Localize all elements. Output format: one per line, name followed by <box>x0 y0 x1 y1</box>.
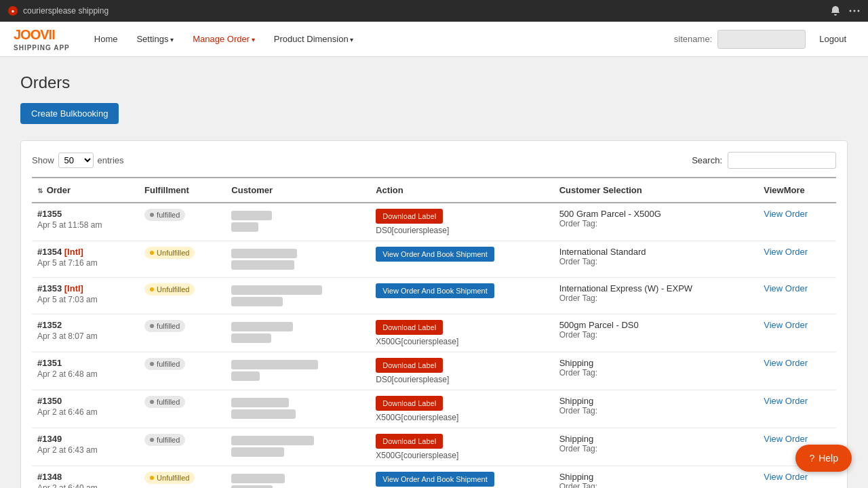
order-date: Apr 2 at 6:40 am <box>37 483 134 488</box>
status-dot <box>150 251 154 255</box>
customer-selection-cell: Shipping Order Tag: <box>554 352 759 390</box>
fulfillment-cell: Unfulfilled <box>139 241 226 278</box>
entries-label: entries <box>98 155 124 165</box>
view-book-shipment-button[interactable]: View Order And Book Shipment <box>376 472 494 487</box>
viewmore-cell: View Order <box>758 278 836 314</box>
selection-main: 500gm Parcel - DS0 <box>559 320 753 330</box>
show-label: Show <box>32 155 54 165</box>
download-label-button[interactable]: Download Label <box>376 396 443 411</box>
col-viewmore: ViewMore <box>758 178 836 203</box>
customer-bar-1 <box>231 474 285 483</box>
customer-bar-2 <box>231 447 284 457</box>
view-order-link[interactable]: View Order <box>764 320 808 330</box>
create-bulkbooking-button[interactable]: Create Bulkbooking <box>20 103 119 124</box>
status-dot <box>150 213 154 217</box>
view-book-shipment-button[interactable]: View Order And Book Shipment <box>376 247 494 262</box>
entries-select[interactable]: 50 25 100 <box>58 152 94 168</box>
more-icon[interactable] <box>849 5 860 16</box>
customer-bar-1 <box>231 211 272 220</box>
fulfillment-cell: Unfulfilled <box>139 278 226 314</box>
view-order-link[interactable]: View Order <box>764 434 808 444</box>
view-order-link[interactable]: View Order <box>764 472 808 482</box>
order-date: Apr 2 at 6:46 am <box>37 407 134 417</box>
logout-button[interactable]: Logout <box>811 31 854 47</box>
download-label-button[interactable]: Download Label <box>376 358 443 373</box>
svg-point-2 <box>858 10 860 12</box>
table-row: #1351 Apr 2 at 6:48 am fulfilled Downloa… <box>32 352 836 390</box>
nav-settings[interactable]: Settings <box>128 30 182 48</box>
order-id: #1350 <box>37 396 134 406</box>
customer-selection-cell: Shipping Order Tag: <box>554 390 759 428</box>
viewmore-cell: View Order <box>758 352 836 390</box>
viewmore-cell: View Order <box>758 390 836 428</box>
order-id: #1355 <box>37 209 134 219</box>
viewmore-cell: View Order <box>758 314 836 352</box>
titlebar-left: ● couriersplease shipping <box>8 6 108 16</box>
status-dot <box>150 324 154 328</box>
col-customer: Customer <box>226 178 370 203</box>
col-action: Action <box>370 178 553 203</box>
download-label-button[interactable]: Download Label <box>376 434 443 449</box>
nav-links: Home Settings Manage Order Product Dimen… <box>86 30 658 48</box>
brand-subtitle: SHIPPING APP <box>14 44 70 52</box>
action-sub: DS0[couriersplease] <box>376 226 548 235</box>
orders-table-wrapper: Show 50 25 100 entries Search: ⇅ Order <box>20 140 848 488</box>
sitename-label: sitename: <box>674 34 712 44</box>
action-cell: View Order And Book Shipment <box>370 466 553 489</box>
selection-sub: Order Tag: <box>559 406 753 415</box>
customer-bar-1 <box>231 360 318 369</box>
orders-table: ⇅ Order Fulfillment Customer Action Cust… <box>32 177 836 488</box>
order-id: #1348 <box>37 472 134 482</box>
order-date: Apr 5 at 11:58 am <box>37 220 134 230</box>
selection-sub: Order Tag: <box>559 293 753 303</box>
col-order[interactable]: ⇅ Order <box>32 178 139 203</box>
nav-product-dimension[interactable]: Product Dimension <box>266 30 362 48</box>
table-row: #1350 Apr 2 at 6:46 am fulfilled Downloa… <box>32 390 836 428</box>
download-label-button[interactable]: Download Label <box>376 209 443 224</box>
table-row: #1353 [Intl] Apr 5 at 7:03 am Unfulfille… <box>32 278 836 314</box>
table-controls: Show 50 25 100 entries Search: <box>32 152 836 169</box>
customer-bar-2 <box>231 297 283 306</box>
view-order-link[interactable]: View Order <box>764 358 808 368</box>
viewmore-cell: View Order <box>758 241 836 278</box>
customer-selection-cell: Shipping Order Tag: <box>554 466 759 489</box>
customer-bar-1 <box>231 285 322 295</box>
brand: JOOVII SHIPPING APP <box>14 27 70 52</box>
nav-home[interactable]: Home <box>86 30 126 48</box>
nav-manage-order[interactable]: Manage Order <box>184 30 263 48</box>
selection-main: Shipping <box>559 396 753 406</box>
fulfillment-cell: Unfulfilled <box>139 466 226 489</box>
status-badge: Unfulfilled <box>144 247 195 259</box>
customer-bar-1 <box>231 322 293 331</box>
sitename-input[interactable] <box>717 30 806 49</box>
customer-selection-cell: Shipping Order Tag: <box>554 428 759 466</box>
download-label-button[interactable]: Download Label <box>376 320 443 335</box>
customer-selection-cell: 500 Gram Parcel - X500G Order Tag: <box>554 203 759 241</box>
status-badge: Unfulfilled <box>144 283 195 296</box>
view-order-link[interactable]: View Order <box>764 283 808 293</box>
view-order-link[interactable]: View Order <box>764 247 808 257</box>
selection-sub: Order Tag: <box>559 257 753 266</box>
customer-cell <box>226 352 370 390</box>
action-cell: View Order And Book Shipment <box>370 278 553 314</box>
action-sub: X500G[couriersplease] <box>376 337 548 346</box>
svg-point-1 <box>854 10 856 12</box>
orders-tbody: #1355 Apr 5 at 11:58 am fulfilled Downlo… <box>32 203 836 488</box>
fulfillment-cell: fulfilled <box>139 352 226 390</box>
action-sub: X500G[couriersplease] <box>376 413 548 422</box>
customer-cell <box>226 278 370 314</box>
selection-sub: Order Tag: <box>559 482 753 488</box>
order-date: Apr 5 at 7:03 am <box>37 295 134 304</box>
bell-icon[interactable] <box>830 5 841 16</box>
order-date: Apr 3 at 8:07 am <box>37 331 134 341</box>
show-entries: Show 50 25 100 entries <box>32 152 124 168</box>
view-order-link[interactable]: View Order <box>764 209 808 219</box>
search-input[interactable] <box>728 152 836 169</box>
view-order-link[interactable]: View Order <box>764 396 808 406</box>
help-button[interactable]: ? Help <box>795 445 852 472</box>
order-cell: #1348 Apr 2 at 6:40 am <box>32 466 139 489</box>
status-badge: fulfilled <box>144 396 185 408</box>
customer-bar-2 <box>231 333 271 343</box>
view-book-shipment-button[interactable]: View Order And Book Shipment <box>376 283 494 298</box>
selection-sub: Order Tag: <box>559 219 753 228</box>
